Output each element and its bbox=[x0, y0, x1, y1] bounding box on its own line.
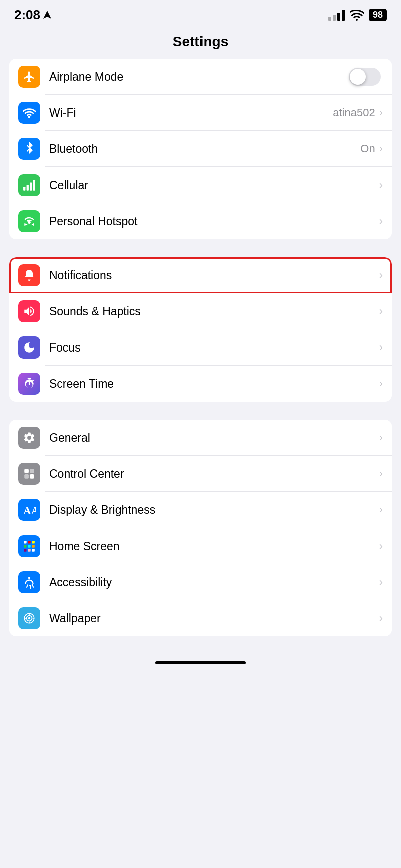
page-title: Settings bbox=[0, 34, 401, 50]
general-label: General bbox=[49, 431, 379, 445]
focus-chevron: › bbox=[379, 341, 383, 354]
sounds-haptics-icon bbox=[18, 300, 40, 322]
screen-time-icon bbox=[18, 373, 40, 395]
general-row[interactable]: General › bbox=[9, 420, 392, 456]
general-icon bbox=[18, 427, 40, 449]
focus-icon bbox=[18, 336, 40, 359]
home-screen-icon bbox=[18, 535, 40, 557]
status-time: 2:08 bbox=[14, 7, 51, 23]
notifications-chevron: › bbox=[379, 269, 383, 282]
svg-rect-18 bbox=[28, 549, 30, 551]
screen-time-row[interactable]: Screen Time › bbox=[9, 366, 392, 402]
svg-rect-17 bbox=[24, 549, 26, 551]
general-group: General › Control Center › AA Display & … bbox=[9, 420, 392, 636]
accessibility-icon bbox=[18, 571, 40, 593]
home-screen-row[interactable]: Home Screen › bbox=[9, 528, 392, 564]
airplane-mode-label: Airplane Mode bbox=[49, 70, 349, 84]
general-chevron: › bbox=[379, 431, 383, 444]
svg-rect-3 bbox=[30, 183, 32, 191]
home-bar bbox=[155, 661, 246, 664]
sounds-haptics-row[interactable]: Sounds & Haptics › bbox=[9, 293, 392, 329]
accessibility-chevron: › bbox=[379, 576, 383, 589]
battery-icon: 98 bbox=[369, 9, 387, 21]
screen-time-chevron: › bbox=[379, 377, 383, 390]
accessibility-row[interactable]: Accessibility › bbox=[9, 564, 392, 600]
svg-rect-11 bbox=[24, 541, 26, 543]
svg-rect-1 bbox=[23, 187, 25, 191]
notifications-row[interactable]: Notifications › bbox=[9, 257, 392, 293]
control-center-icon bbox=[18, 463, 40, 485]
connectivity-group: Airplane Mode Wi-Fi atina502 › Bluetooth… bbox=[9, 59, 392, 239]
home-indicator bbox=[0, 654, 401, 669]
focus-row[interactable]: Focus › bbox=[9, 329, 392, 366]
bluetooth-chevron: › bbox=[379, 142, 383, 155]
svg-rect-13 bbox=[32, 541, 34, 543]
wifi-status-icon bbox=[350, 10, 364, 21]
cellular-chevron: › bbox=[379, 179, 383, 192]
wifi-label: Wi-Fi bbox=[49, 106, 333, 120]
svg-rect-9 bbox=[30, 474, 34, 479]
display-brightness-row[interactable]: AA Display & Brightness › bbox=[9, 492, 392, 528]
wallpaper-label: Wallpaper bbox=[49, 612, 379, 625]
svg-rect-6 bbox=[24, 469, 29, 473]
wifi-icon bbox=[18, 102, 40, 124]
wallpaper-row[interactable]: Wallpaper › bbox=[9, 600, 392, 636]
svg-rect-19 bbox=[32, 549, 34, 551]
status-right: 98 bbox=[328, 9, 387, 21]
svg-rect-12 bbox=[28, 541, 30, 543]
airplane-mode-toggle[interactable] bbox=[349, 68, 381, 86]
sounds-haptics-chevron: › bbox=[379, 305, 383, 318]
location-icon bbox=[43, 11, 51, 20]
svg-rect-7 bbox=[30, 469, 34, 473]
cellular-row[interactable]: Cellular › bbox=[9, 167, 392, 203]
status-bar: 2:08 98 bbox=[0, 0, 401, 27]
wifi-value: atina502 bbox=[333, 106, 375, 119]
personal-hotspot-label: Personal Hotspot bbox=[49, 215, 379, 228]
wifi-row[interactable]: Wi-Fi atina502 › bbox=[9, 95, 392, 131]
bluetooth-value: On bbox=[360, 142, 375, 155]
notifications-label: Notifications bbox=[49, 269, 379, 282]
sounds-haptics-label: Sounds & Haptics bbox=[49, 305, 379, 318]
airplane-mode-icon bbox=[18, 66, 40, 88]
page-title-container: Settings bbox=[0, 27, 401, 59]
svg-point-5 bbox=[28, 221, 30, 223]
control-center-chevron: › bbox=[379, 467, 383, 480]
svg-rect-8 bbox=[24, 474, 29, 479]
display-brightness-label: Display & Brightness bbox=[49, 503, 379, 517]
svg-rect-15 bbox=[28, 545, 30, 547]
display-brightness-icon: AA bbox=[18, 499, 40, 521]
focus-label: Focus bbox=[49, 341, 379, 355]
wallpaper-chevron: › bbox=[379, 612, 383, 625]
svg-point-20 bbox=[28, 577, 30, 579]
svg-rect-4 bbox=[33, 180, 35, 191]
svg-text:AA: AA bbox=[23, 505, 36, 516]
wallpaper-icon bbox=[18, 607, 40, 629]
cellular-icon bbox=[18, 174, 40, 196]
wifi-chevron: › bbox=[379, 106, 383, 119]
notifications-icon bbox=[18, 264, 40, 286]
personal-hotspot-row[interactable]: Personal Hotspot › bbox=[9, 203, 392, 239]
personal-hotspot-chevron: › bbox=[379, 215, 383, 228]
notifications-group: Notifications › Sounds & Haptics › Focus… bbox=[9, 257, 392, 402]
airplane-mode-row[interactable]: Airplane Mode bbox=[9, 59, 392, 95]
home-screen-label: Home Screen bbox=[49, 540, 379, 553]
display-brightness-chevron: › bbox=[379, 503, 383, 516]
control-center-row[interactable]: Control Center › bbox=[9, 456, 392, 492]
bluetooth-label: Bluetooth bbox=[49, 142, 360, 156]
svg-rect-16 bbox=[32, 545, 34, 547]
control-center-label: Control Center bbox=[49, 467, 379, 481]
cellular-label: Cellular bbox=[49, 179, 379, 192]
svg-rect-14 bbox=[24, 545, 26, 547]
hotspot-icon bbox=[18, 210, 40, 232]
svg-point-0 bbox=[28, 116, 31, 118]
home-screen-chevron: › bbox=[379, 540, 383, 553]
bluetooth-row[interactable]: Bluetooth On › bbox=[9, 131, 392, 167]
bluetooth-icon bbox=[18, 138, 40, 160]
svg-point-23 bbox=[28, 617, 30, 619]
svg-rect-2 bbox=[27, 185, 29, 191]
screen-time-label: Screen Time bbox=[49, 377, 379, 391]
signal-bars bbox=[328, 10, 345, 21]
accessibility-label: Accessibility bbox=[49, 576, 379, 589]
